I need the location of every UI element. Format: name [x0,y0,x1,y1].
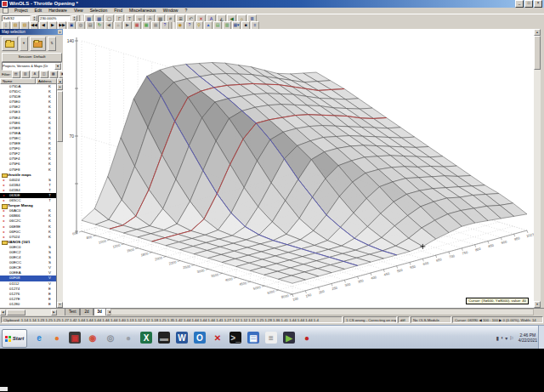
x-axis-label: 600 [422,260,429,266]
session-button[interactable]: Session: Default [2,53,62,62]
rpm-axis-label: 800 [86,235,93,240]
taskbar-app-utility[interactable]: ▣ [66,328,83,347]
taskbar-app-chrome-icon: ◉ [87,332,99,344]
x-axis-tick [319,287,320,290]
map-selection-panel: Map selection x ▼ ⇅ Session: Default Pro… [0,29,64,308]
menu-item-project[interactable]: Project [11,8,31,14]
taskbar-app-explorer[interactable]: ▤ [245,328,262,347]
menu-item-hardware[interactable]: Hardware [45,8,71,14]
rpm-axis-label: 3500 [211,272,220,278]
close-button[interactable]: × [534,0,542,8]
map-list: 075DAK075DCK075DEK075E0K075E2K075E3K075E… [0,84,57,308]
scrollbar-thumb[interactable] [7,310,26,315]
title-bar[interactable]: WinOLS - Throttle Opening * _ □ × [0,0,544,8]
screen-corner-artifact [0,387,8,391]
filter-button-1[interactable]: ▤ [12,71,20,78]
taskbar-app-internet-explorer[interactable]: e [31,328,48,347]
tray-network-icon[interactable]: ▮ [496,335,498,341]
minimize-button[interactable]: _ [515,0,524,8]
x-axis-tick [410,263,411,265]
chevron-down-icon[interactable]: ▼ [54,63,61,70]
scrollbar-thumb[interactable] [534,36,541,70]
column-header-name[interactable]: Name [0,78,36,84]
taskbar-app-word[interactable]: W [173,328,190,347]
rpm-axis-label: 8000 [280,293,290,299]
maximize-button[interactable]: □ [524,0,533,8]
menu-item-window[interactable]: Window [160,8,182,14]
taskbar-app-cmd[interactable]: >_ [227,328,244,347]
filter-button-3[interactable]: A [31,71,39,78]
taskbar-app-notepad[interactable]: ≡ [263,328,280,347]
menu-item-miscellaneous[interactable]: Miscellaneous [126,8,160,14]
map-3d-view[interactable]: 7014060080010001200150018002000220025003… [63,29,534,308]
taskbar-app-excel[interactable]: X [138,328,155,347]
taskbar-app-settings[interactable]: ● [120,328,137,347]
taskbar-app-outlook[interactable]: O [191,328,208,347]
x-axis-tick [527,230,528,233]
screen-letterbox [0,349,544,392]
scroll-up-icon[interactable]: ▲ [57,84,63,90]
show-desktop-button[interactable] [538,326,544,349]
scroll-down-icon[interactable]: ▼ [534,301,541,308]
filter-button-4[interactable]: ◫ [40,71,48,78]
diff-status: diff [398,316,410,323]
start-label: Start [13,336,25,341]
filter-button-2[interactable]: ▥ [21,71,30,78]
x-axis-label: 750 [462,250,468,256]
map-list-scrollbar[interactable]: ▲ ▼ [56,84,63,308]
import-file-button[interactable] [30,37,46,51]
taskbar-app-close-x[interactable]: ✕ [209,328,226,347]
rpm-axis-label: 1500 [127,247,136,253]
menu-item-edit[interactable]: Edit [31,8,46,14]
x-axis-tick [501,237,502,240]
menu-item-selection[interactable]: Selection [87,8,111,14]
surface-plot[interactable]: 7014060080010001200150018002000220025003… [63,29,534,308]
taskbar-app-winols[interactable]: ● [298,328,315,347]
menu-item-view[interactable]: View [71,8,87,14]
taskbar-app-firefox[interactable]: ● [48,328,65,347]
rpm-axis-tick [206,269,208,270]
x-axis-label: 950 [513,236,520,241]
taskbar-app-media[interactable]: ▶ [280,328,298,347]
x-axis-tick [344,280,345,282]
scroll-left-icon[interactable]: ◀ [0,310,6,315]
panel-extra-button[interactable]: ⇅ [48,37,56,51]
column-header-address[interactable]: Address [36,78,57,84]
open-project-button[interactable] [2,37,18,51]
x-axis-label: 900 [501,239,507,245]
filter-button-5[interactable]: ▩ [49,71,58,78]
scope-dropdown[interactable]: Projects, Versions & Maps (Dr ▼ [2,62,62,71]
cursor-tooltip: Cursor: (X=600, Y=8000), value: 40 [466,298,529,304]
chart-horizontal-scrollbar[interactable] [110,309,534,315]
panel-close-icon[interactable]: x [58,30,62,34]
tray-update-icon[interactable]: ▾ [505,335,507,341]
z-axis-label: 140 [67,38,75,43]
x-axis-label: 850 [488,243,495,249]
panel-title: Map selection [2,30,26,34]
start-button[interactable]: Start [2,329,27,348]
sidebar-horizontal-scrollbar[interactable]: ◀ ▶ [0,310,63,315]
scrollbar-thumb[interactable] [57,91,63,142]
scroll-down-icon[interactable]: ▼ [57,302,63,308]
tray-flag-icon[interactable]: ⚐ [509,335,513,341]
chart-vertical-scrollbar[interactable]: ▲ ▼ [534,29,541,308]
scroll-up-icon[interactable]: ▲ [534,29,541,36]
desktop-screen: WinOLS - Throttle Opening * _ □ × Projec… [0,0,544,392]
scroll-right-icon[interactable]: ▶ [51,310,57,315]
rpm-axis-tick [79,231,82,232]
panel-toolbar: ▼ ⇅ [0,36,63,52]
filter-row: Filter: ▤▥A◫▩▣ [2,71,61,77]
tray-volume-icon[interactable]: ◖ [501,335,504,340]
rpm-axis-tick [262,286,264,287]
project-dropdown-button[interactable]: ▼ [20,37,28,51]
taskbar-app-chrome[interactable]: ◉ [84,328,101,347]
menu-item-find[interactable]: Find [110,8,126,14]
rpm-axis-label: 4500 [239,281,248,287]
sort-indicator-icon[interactable]: ▲ [57,78,63,84]
tray-clock[interactable]: 2:46 PM 4/22/2021 [518,332,537,343]
taskbar-app-skype[interactable]: ◎ [102,328,119,347]
panel-title-bar[interactable]: Map selection x [0,29,63,35]
sidebar-map-row[interactable]: 01280E [0,302,57,307]
menu-item-help[interactable]: ? [181,8,190,14]
taskbar-app-console[interactable]: ▬ [156,328,173,347]
